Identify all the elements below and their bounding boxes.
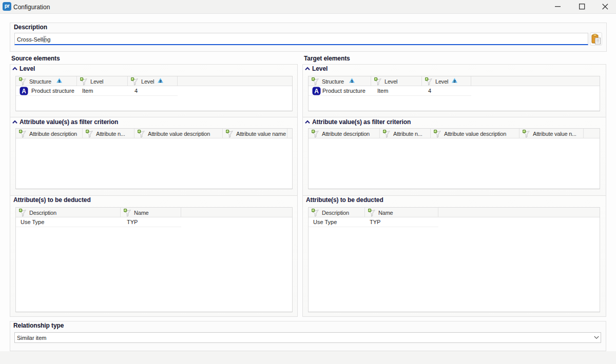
svg-text:A: A: [314, 88, 319, 95]
svg-text:1: 1: [351, 79, 353, 83]
svg-text:2: 2: [159, 79, 162, 83]
svg-text:2: 2: [453, 79, 456, 83]
svg-text:A: A: [22, 88, 26, 95]
svg-text:1: 1: [58, 79, 61, 83]
